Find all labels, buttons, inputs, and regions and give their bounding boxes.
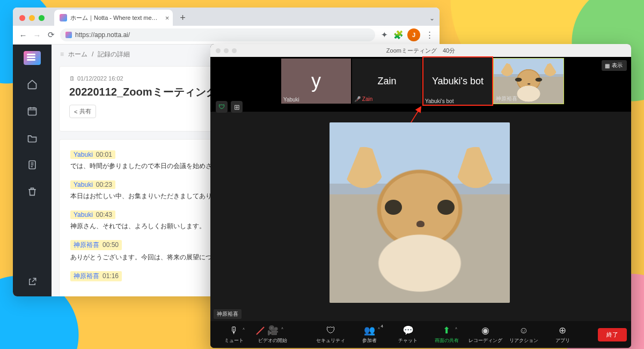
mute-button[interactable]: 🎙＾ミュート: [215, 325, 253, 344]
profile-avatar[interactable]: J: [407, 28, 420, 41]
camera-off-icon: 🎥: [253, 325, 292, 336]
browser-menu-icon[interactable]: ⋮: [425, 30, 434, 40]
breadcrumb-detail: 記録の詳細: [98, 50, 130, 59]
participant-tile[interactable]: Zain 🎤̸ Zain: [352, 59, 422, 104]
tab-title: ホーム｜Notta - Where text me…: [70, 14, 158, 22]
share-screen-button[interactable]: ⬆＾画面の共有: [427, 325, 466, 344]
browser-tab[interactable]: ホーム｜Notta - Where text me… ×: [54, 10, 173, 26]
sidebar-calendar-icon[interactable]: [25, 104, 40, 119]
view-mode-button[interactable]: ▦ 表示: [602, 60, 627, 71]
active-speaker-video[interactable]: [330, 122, 510, 303]
share-button[interactable]: < 共有: [69, 105, 96, 118]
grid-icon: ▦: [605, 63, 610, 69]
chat-icon: 💬: [389, 325, 427, 336]
svg-rect-0: [28, 108, 36, 115]
sidebar-trash-icon[interactable]: [25, 184, 40, 199]
smile-icon: ☺: [504, 325, 543, 336]
close-tab-icon[interactable]: ×: [163, 13, 172, 22]
breadcrumb-menu-icon[interactable]: ≡: [60, 50, 64, 58]
close-window-icon[interactable]: [19, 15, 25, 21]
chevron-up-icon[interactable]: ＾: [280, 326, 284, 332]
apps-icon: ⊕: [543, 325, 582, 336]
site-lock-icon: [65, 32, 72, 38]
encryption-shield-icon[interactable]: 🛡: [216, 101, 228, 113]
new-tab-button[interactable]: +: [176, 11, 190, 25]
sidebar: [13, 45, 52, 296]
reload-button[interactable]: ⟳: [46, 30, 56, 40]
fullscreen-window-icon[interactable]: [232, 48, 237, 53]
notta-logo-icon[interactable]: [24, 51, 41, 65]
forward-button[interactable]: →: [32, 30, 42, 40]
minimize-window-icon[interactable]: [224, 48, 229, 53]
active-speaker-label: 神原裕喜: [214, 309, 241, 319]
chevron-up-icon[interactable]: ＾: [241, 326, 246, 332]
extensions-icon[interactable]: ✦: [379, 30, 389, 40]
reactions-button[interactable]: ☺リアクション: [504, 325, 543, 344]
apps-button[interactable]: ⊕アプリ: [543, 325, 582, 344]
shield-icon: 🛡: [311, 325, 350, 336]
sidebar-external-icon[interactable]: [25, 274, 40, 289]
participants-button[interactable]: 👥4＾参加者: [350, 325, 389, 344]
url-text: https://app.notta.ai/: [75, 31, 130, 39]
end-meeting-button[interactable]: 終了: [598, 328, 627, 341]
breadcrumb-sep: /: [92, 50, 93, 58]
participant-tile[interactable]: 神原裕喜: [494, 59, 564, 104]
address-bar-row: ← → ⟳ https://app.notta.ai/ ✦ 🧩 J ⋮: [13, 26, 440, 45]
participant-tile-bot[interactable]: Yabuki's bot Yabuki's bot: [423, 57, 493, 105]
tab-favicon: [60, 14, 67, 21]
muted-mic-icon: 🎤̸ Zain: [354, 96, 372, 102]
sidebar-notes-icon[interactable]: [25, 157, 40, 172]
participants-count: 4: [381, 324, 383, 329]
sidebar-home-icon[interactable]: [25, 77, 40, 92]
zoom-title: Zoomミーティング 40分: [210, 47, 631, 55]
zoom-titlebar: Zoomミーティング 40分: [210, 44, 631, 57]
address-bar[interactable]: https://app.notta.ai/: [60, 28, 375, 41]
chevron-up-icon[interactable]: ＾: [454, 326, 458, 332]
record-button[interactable]: ◉レコーディング: [466, 325, 504, 344]
participant-tile[interactable]: y Yabuki: [281, 59, 351, 104]
breadcrumb-home[interactable]: ホーム: [68, 50, 87, 59]
fullscreen-window-icon[interactable]: [39, 15, 45, 21]
back-button[interactable]: ←: [18, 30, 28, 40]
video-button[interactable]: 🎥＾ビデオの開始: [253, 325, 292, 344]
share-icon: <: [74, 108, 77, 115]
window-controls: [13, 15, 51, 26]
gallery-strip: y Yabuki Zain 🎤̸ Zain Yabuki's bot Yabuk…: [210, 57, 631, 112]
meeting-status-icons: 🛡 ⊞: [216, 101, 243, 113]
record-icon: ◉: [466, 325, 504, 336]
extension-puzzle-icon[interactable]: 🧩: [393, 30, 403, 40]
chat-button[interactable]: 💬チャット: [389, 325, 427, 344]
chevron-up-icon[interactable]: ＾: [377, 326, 381, 332]
sidebar-folder-icon[interactable]: [25, 130, 40, 146]
security-button[interactable]: 🛡セキュリティ: [311, 325, 350, 344]
close-window-icon[interactable]: [216, 48, 221, 53]
video-feed: [330, 122, 510, 303]
browser-tabstrip: ホーム｜Notta - Where text me… × + ⌄: [13, 8, 440, 26]
gallery-toggle-icon[interactable]: ⊞: [231, 101, 243, 113]
share-screen-icon: ⬆: [427, 325, 466, 336]
zoom-toolbar: 🎙＾ミュート 🎥＾ビデオの開始 🛡セキュリティ 👥4＾参加者 💬チャット ⬆＾画…: [210, 321, 631, 348]
minimize-window-icon[interactable]: [29, 15, 35, 21]
mic-icon: 🎙: [215, 325, 253, 336]
tabs-overflow-icon[interactable]: ⌄: [425, 11, 440, 26]
zoom-window: Zoomミーティング 40分 y Yabuki Zain 🎤̸ Zain Yab…: [210, 44, 631, 348]
